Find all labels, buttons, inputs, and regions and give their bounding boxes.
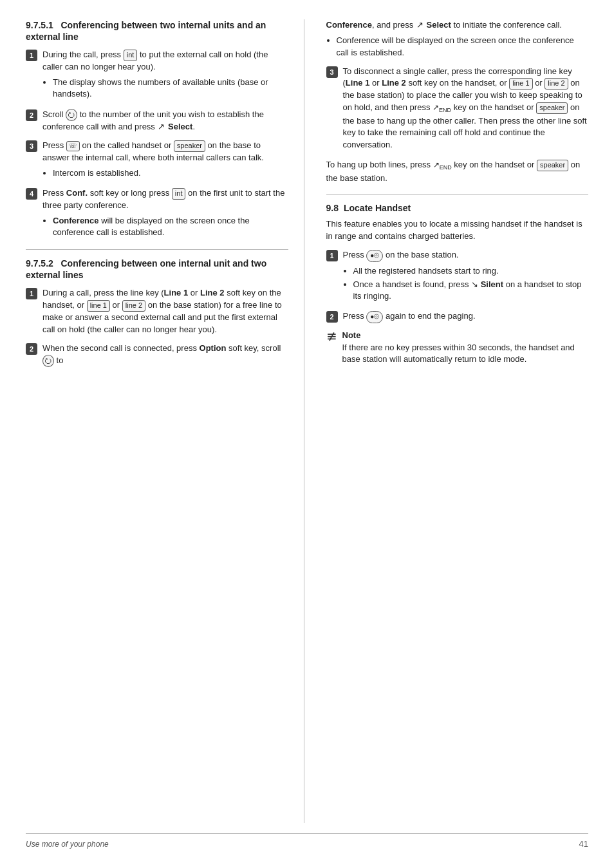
paging-icon-1: ●⦾ bbox=[366, 250, 383, 262]
int-key-2: int bbox=[172, 188, 186, 200]
step-content-3: Press ☏ on the called handset or speaker… bbox=[42, 140, 288, 181]
step-9752-num-1: 1 bbox=[26, 288, 37, 299]
step-content-1: During the call, press int to put the ex… bbox=[42, 49, 288, 102]
section-9751-number: 9.7.5.1 bbox=[26, 20, 53, 30]
note-block: ≢ Note If there are no key presses withi… bbox=[326, 330, 589, 366]
scroll-icon-2: ⭮ bbox=[42, 355, 54, 367]
section-98: 9.8 Locate Handset This feature enables … bbox=[326, 203, 589, 366]
page: 9.7.5.1 Conferencing between two interna… bbox=[0, 0, 614, 868]
step-content-2: Scroll ⭮ to the number of the unit you w… bbox=[42, 109, 288, 133]
step-98-1: 1 Press ●⦾ on the base station. All the … bbox=[326, 249, 589, 304]
bullet-98-2: Once a handset is found, press ↘ Silent … bbox=[353, 279, 589, 302]
step-9752-content-3: To disconnect a single caller, press the… bbox=[343, 66, 589, 152]
talk-icon: ☏ bbox=[66, 141, 80, 152]
step-9751-4: 4 Press Conf. soft key or long press int… bbox=[26, 187, 288, 240]
bullet-4-1: Conference will be displayed on the scre… bbox=[53, 215, 288, 238]
line2-key-2: line 2 bbox=[544, 78, 568, 90]
step-9752-content-1: During a call, press the line key (Line … bbox=[42, 287, 288, 335]
select-icon-2: ↗ bbox=[416, 19, 423, 32]
step-num-1: 1 bbox=[26, 50, 37, 61]
step-98-num-1: 1 bbox=[326, 250, 338, 261]
step-9752-content-2: When the second call is connected, press… bbox=[42, 343, 288, 367]
step-9752-3: 3 To disconnect a single caller, press t… bbox=[326, 66, 589, 152]
col-right: Conference, and press ↗ Select to initia… bbox=[324, 19, 589, 823]
speaker-key-1: speaker bbox=[174, 140, 205, 152]
section-9751-title: 9.7.5.1 Conferencing between two interna… bbox=[26, 19, 288, 42]
end-key-2: ↗END bbox=[433, 160, 452, 172]
speaker-key-2: speaker bbox=[536, 102, 568, 114]
step-98-num-2: 2 bbox=[326, 311, 338, 323]
section-98-header: 9.8 Locate Handset bbox=[326, 203, 589, 213]
step-9751-1: 1 During the call, press int to put the … bbox=[26, 49, 288, 102]
divider-1 bbox=[26, 249, 288, 250]
section-9752-heading: Conferencing between one internal unit a… bbox=[26, 258, 266, 280]
bullet-1-1: The display shows the numbers of availab… bbox=[53, 77, 288, 100]
speaker-key-3: speaker bbox=[537, 160, 568, 171]
step-num-2: 2 bbox=[26, 109, 37, 121]
step-num-4: 4 bbox=[26, 188, 37, 200]
step-content-4: Press Conf. soft key or long press int o… bbox=[42, 187, 288, 240]
note-label: Note bbox=[342, 330, 361, 340]
bullet-c2-1: Conference will be displayed on the scre… bbox=[337, 35, 589, 59]
section-9752-title: 9.7.5.2 Conferencing between one interna… bbox=[26, 258, 288, 281]
line1-key-1: line 1 bbox=[87, 300, 110, 312]
col-left: 9.7.5.1 Conferencing between two interna… bbox=[26, 19, 304, 823]
section-9752-number: 9.7.5.2 bbox=[26, 258, 53, 269]
footer: Use more of your phone 41 bbox=[26, 833, 588, 849]
note-content: If there are no key presses within 30 se… bbox=[342, 343, 575, 364]
note-icon: ≢ bbox=[326, 328, 337, 344]
divider-2 bbox=[326, 194, 589, 195]
footer-page: 41 bbox=[579, 839, 588, 849]
footer-left: Use more of your phone bbox=[26, 840, 109, 849]
line1-key-2: line 1 bbox=[509, 78, 532, 90]
end-key-1: ↗END bbox=[433, 102, 451, 115]
step-9752-2: 2 When the second call is connected, pre… bbox=[26, 343, 288, 367]
section-98-title: Locate Handset bbox=[344, 203, 411, 213]
step-9752-1: 1 During a call, press the line key (Lin… bbox=[26, 287, 288, 335]
bullet-98-1: All the registered handsets start to rin… bbox=[353, 265, 589, 277]
note-text: Note If there are no key presses within … bbox=[342, 330, 589, 366]
step-9752-num-3: 3 bbox=[326, 66, 338, 78]
step-9752-num-2: 2 bbox=[26, 343, 37, 355]
select-icon-1: ↗ bbox=[158, 121, 165, 133]
step-num-3: 3 bbox=[26, 140, 37, 152]
step-98-content-2: Press ●⦾ again to end the paging. bbox=[343, 310, 589, 323]
section-98-number: 9.8 bbox=[326, 203, 339, 213]
step-98-content-1: Press ●⦾ on the base station. All the re… bbox=[343, 249, 589, 304]
section-9751-heading: Conferencing between two internal units … bbox=[26, 20, 266, 42]
main-content: 9.7.5.1 Conferencing between two interna… bbox=[26, 19, 588, 823]
step-9752-2-continuation: Conference, and press ↗ Select to initia… bbox=[326, 19, 589, 59]
paging-icon-2: ●⦾ bbox=[366, 311, 383, 323]
section-9751: 9.7.5.1 Conferencing between two interna… bbox=[26, 19, 288, 240]
line2-key-1: line 2 bbox=[122, 300, 145, 312]
bullet-3-1: Intercom is established. bbox=[53, 167, 288, 179]
step-9751-2: 2 Scroll ⭮ to the number of the unit you… bbox=[26, 109, 288, 133]
hang-both-block: To hang up both lines, press ↗END key on… bbox=[326, 159, 589, 184]
silent-icon: ↘ bbox=[471, 279, 478, 290]
int-key: int bbox=[124, 50, 138, 61]
step-9751-3: 3 Press ☏ on the called handset or speak… bbox=[26, 140, 288, 181]
section-9752: 9.7.5.2 Conferencing between one interna… bbox=[26, 258, 288, 367]
section-98-intro: This feature enables you to locate a mis… bbox=[326, 218, 589, 243]
scroll-icon: ⭮ bbox=[66, 109, 77, 121]
step-98-2: 2 Press ●⦾ again to end the paging. bbox=[326, 310, 589, 323]
